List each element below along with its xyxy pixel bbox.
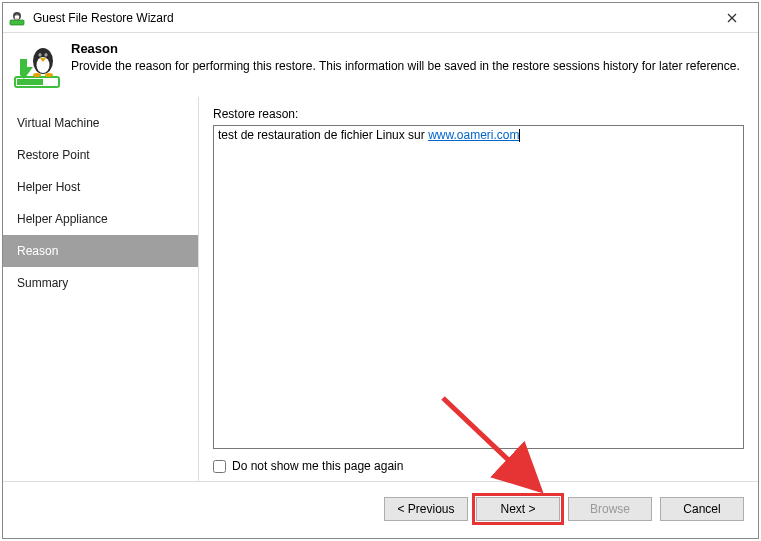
sidebar-item-reason[interactable]: Reason — [3, 235, 198, 267]
reason-text: test de restauration de fichier Linux su… — [218, 128, 428, 142]
header-description: Provide the reason for performing this r… — [71, 59, 748, 73]
dont-show-again-row[interactable]: Do not show me this page again — [213, 459, 744, 473]
svg-point-14 — [45, 54, 46, 55]
reason-textarea[interactable]: test de restauration de fichier Linux su… — [213, 125, 744, 449]
svg-point-15 — [33, 73, 41, 77]
window-title: Guest File Restore Wizard — [33, 11, 712, 25]
wizard-main-panel: Restore reason: test de restauration de … — [199, 97, 758, 481]
penguin-restore-icon — [13, 41, 61, 89]
titlebar: Guest File Restore Wizard — [3, 3, 758, 33]
svg-point-13 — [39, 54, 40, 55]
text-caret — [519, 129, 520, 142]
wizard-footer: < Previous Next > Browse Cancel — [3, 481, 758, 535]
sidebar-item-helper-appliance[interactable]: Helper Appliance — [3, 203, 198, 235]
header-title: Reason — [71, 41, 748, 56]
previous-button[interactable]: < Previous — [384, 497, 468, 521]
wizard-steps-sidebar: Virtual Machine Restore Point Helper Hos… — [3, 97, 199, 481]
dont-show-again-label: Do not show me this page again — [232, 459, 403, 473]
sidebar-item-virtual-machine[interactable]: Virtual Machine — [3, 107, 198, 139]
app-icon — [9, 10, 25, 26]
sidebar-item-summary[interactable]: Summary — [3, 267, 198, 299]
wizard-body: Virtual Machine Restore Point Helper Hos… — [3, 97, 758, 481]
svg-point-4 — [17, 14, 18, 15]
sidebar-item-restore-point[interactable]: Restore Point — [3, 139, 198, 171]
wizard-header: Reason Provide the reason for performing… — [3, 33, 758, 97]
wizard-window: Guest File Restore Wizard — [2, 2, 759, 539]
svg-point-3 — [15, 14, 16, 15]
close-icon — [727, 13, 737, 23]
browse-button: Browse — [568, 497, 652, 521]
close-button[interactable] — [712, 4, 752, 32]
svg-point-16 — [45, 73, 53, 77]
reason-label: Restore reason: — [213, 107, 744, 121]
next-button[interactable]: Next > — [476, 497, 560, 521]
svg-rect-8 — [17, 79, 43, 85]
sidebar-item-helper-host[interactable]: Helper Host — [3, 171, 198, 203]
dont-show-again-checkbox[interactable] — [213, 460, 226, 473]
cancel-button[interactable]: Cancel — [660, 497, 744, 521]
svg-rect-0 — [10, 20, 24, 25]
reason-link[interactable]: www.oameri.com — [428, 128, 519, 142]
